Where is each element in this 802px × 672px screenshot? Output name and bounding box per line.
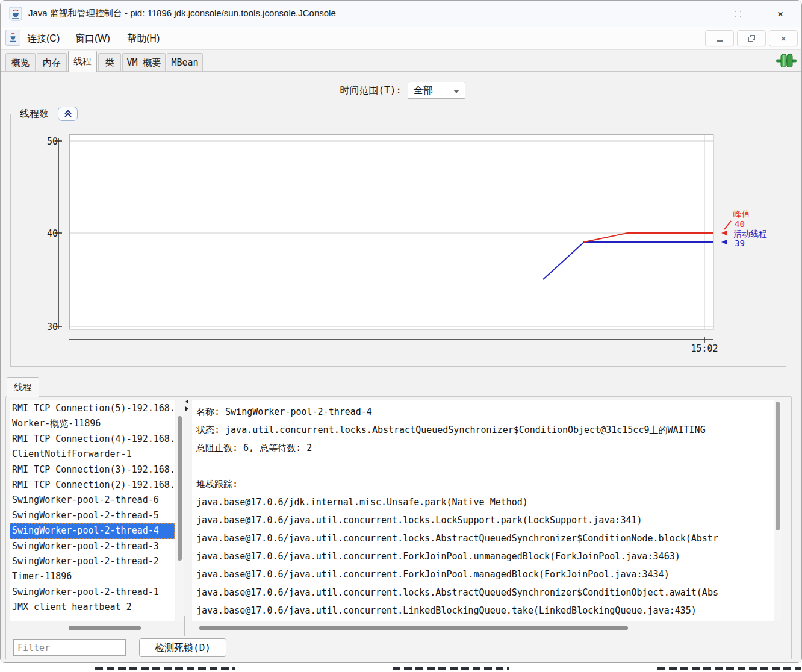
stack-frame: java.base@17.0.6/java.util.concurrent.lo… [196, 529, 774, 547]
mdi-close-icon: × [781, 34, 786, 43]
thread-list-item[interactable]: Worker-概览-11896 [10, 416, 175, 431]
divider [132, 638, 132, 657]
window-minimize-button[interactable] [682, 1, 710, 27]
mdi-minimize-icon [717, 40, 723, 42]
x-tick-time: 15:02 [686, 343, 723, 354]
stack-frame: java.base@17.0.6/java.util.concurrent.Li… [196, 602, 774, 620]
thread-list-item[interactable]: SwingWorker-pool-2-thread-1 [10, 585, 175, 600]
thread-list-item[interactable]: RMI TCP Connection(3)-192.168. [10, 462, 175, 478]
peak-marker-icon [721, 231, 727, 235]
jconsole-window: Java 监视和管理控制台 - pid: 11896 jdk.jconsole/… [0, 0, 802, 663]
java-app-icon [9, 7, 22, 21]
detail-state-line: 状态: java.util.concurrent.locks.AbstractQ… [196, 421, 774, 439]
threads-subtab[interactable]: 线程 [7, 377, 39, 397]
thread-list-item[interactable]: SwingWorker-pool-2-thread-6 [10, 493, 175, 508]
detail-vertical-scrollbar-thumb[interactable] [776, 402, 780, 530]
thread-list-item[interactable]: ClientNotifForwarder-1 [10, 447, 175, 462]
close-icon: × [777, 9, 783, 19]
connection-status-icon [776, 54, 797, 67]
stack-frame: java.base@17.0.6/jdk.internal.misc.Unsaf… [196, 493, 774, 511]
mdi-restore-button[interactable] [737, 30, 766, 46]
thread-detail-panel: 名称: SwingWorker-pool-2-thread-4 状态: java… [192, 400, 774, 621]
detail-horizontal-scrollbar-thumb[interactable] [199, 626, 628, 630]
thread-list-item[interactable]: SwingWorker-pool-2-thread-3 [10, 539, 175, 554]
thread-count-groupbox: 线程数 50 40 30 [10, 114, 786, 367]
stack-frame: java.base@17.0.6/java.util.concurrent.lo… [196, 583, 774, 602]
window-title: Java 监视和管理控制台 - pid: 11896 jdk.jconsole/… [28, 8, 336, 19]
background-window-text-fragment [393, 667, 509, 670]
title-bar: Java 监视和管理控制台 - pid: 11896 jdk.jconsole/… [1, 1, 801, 27]
active-marker-icon [721, 240, 727, 244]
main-tab-bar: 概览 内存 线程 类 VM 概要 MBean [1, 50, 801, 72]
tab-memory[interactable]: 内存 [37, 53, 67, 71]
tab-vm-summary[interactable]: VM 概要 [122, 53, 166, 71]
detail-blank-line [196, 457, 774, 475]
active-annotation-label: 活动线程 [733, 229, 767, 238]
filter-input[interactable] [13, 639, 126, 656]
background-window-text-fragment [95, 667, 235, 670]
menu-window[interactable]: 窗口(W) [73, 31, 113, 46]
menu-help[interactable]: 帮助(H) [125, 31, 162, 46]
thread-list-item-selected[interactable]: SwingWorker-pool-2-thread-4 [10, 523, 175, 538]
tab-classes[interactable]: 类 [98, 53, 121, 71]
mdi-minimize-button[interactable] [705, 30, 734, 46]
thread-list-item[interactable]: SwingWorker-pool-2-thread-5 [10, 508, 175, 523]
y-tick-50: 50 [40, 136, 58, 147]
tab-mbean[interactable]: MBean [167, 53, 203, 71]
thread-list: RMI TCP Connection(5)-192.168. Worker-概览… [10, 400, 175, 621]
stack-frame: java.base@17.0.6/java.util.concurrent.Fo… [196, 547, 774, 565]
splitter-divider[interactable] [184, 616, 185, 636]
time-range-select[interactable]: 全部 [408, 82, 465, 99]
stack-frame: java.base@17.0.6/java.util.concurrent.Fo… [196, 565, 774, 583]
time-range-label: 时间范围(T): [290, 84, 402, 97]
detect-deadlock-button[interactable]: 检测死锁(D) [139, 638, 226, 657]
menu-bar: 连接(C) 窗口(W) 帮助(H) × [1, 27, 801, 50]
splitter-collapse-right-icon[interactable] [185, 406, 188, 411]
peak-annotation-label: 峰值 [733, 209, 750, 219]
thread-list-item[interactable]: RMI TCP Connection(4)-192.168. [10, 432, 175, 447]
thread-count-chart [11, 114, 786, 366]
maximize-icon [735, 11, 741, 17]
minimize-icon [692, 14, 700, 14]
menu-connection[interactable]: 连接(C) [25, 31, 62, 46]
window-close-button[interactable]: × [766, 1, 794, 27]
detail-name-line: 名称: SwingWorker-pool-2-thread-4 [196, 403, 774, 421]
stack-frame: java.base@17.0.6/java.util.concurrent.lo… [196, 511, 774, 529]
mdi-restore-icon [748, 35, 755, 42]
thread-list-item[interactable]: RMI TCP Connection(2)-192.168. [10, 478, 175, 493]
thread-list-item[interactable]: Timer-11896 [10, 569, 175, 584]
tab-overview[interactable]: 概览 [5, 53, 36, 71]
list-vertical-scrollbar-thumb[interactable] [178, 416, 182, 561]
y-tick-40: 40 [40, 228, 58, 239]
thread-list-item[interactable]: JMX client heartbeat 2 [10, 600, 175, 615]
list-horizontal-scrollbar-thumb[interactable] [69, 626, 141, 630]
java-menu-icon [5, 30, 20, 46]
chevron-down-icon [453, 90, 459, 93]
thread-list-item[interactable]: RMI TCP Connection(5)-192.168. [10, 401, 175, 416]
peak-annotation-value: 40 [735, 219, 745, 229]
splitter-collapse-left-icon[interactable] [185, 399, 188, 404]
detail-counts-line: 总阻止数: 6, 总等待数: 2 [196, 439, 774, 457]
window-maximize-button[interactable] [724, 1, 751, 27]
y-tick-30: 30 [40, 322, 58, 332]
background-window-text-fragment [657, 667, 801, 670]
detail-stacktrace-header: 堆栈跟踪: [196, 475, 774, 493]
active-annotation-value: 39 [735, 238, 745, 248]
tab-threads[interactable]: 线程 [68, 51, 97, 72]
time-range-value: 全部 [414, 84, 433, 97]
thread-list-item[interactable]: SwingWorker-pool-2-thread-2 [10, 554, 175, 569]
mdi-close-button[interactable]: × [769, 30, 798, 46]
peak-callout-tick [724, 221, 731, 229]
